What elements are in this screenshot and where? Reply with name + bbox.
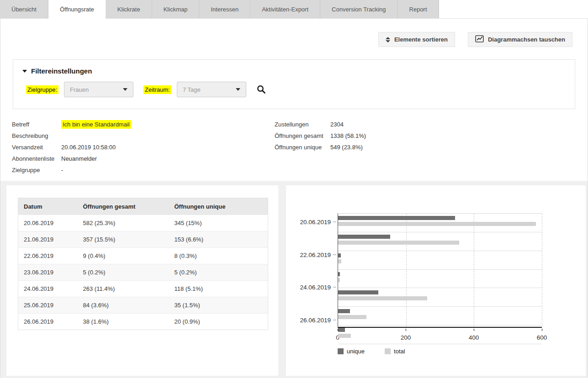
table-cell: 5 (0.2%) — [169, 264, 268, 281]
detail-label: Zielgruppe — [12, 167, 61, 173]
legend-swatch — [385, 348, 391, 354]
tab-übersicht[interactable]: Übersicht — [0, 0, 48, 18]
table-row: 23.06.20195 (0.2%)5 (0.2%) — [18, 264, 268, 281]
chart-bar-unique — [338, 216, 455, 220]
openings-table-panel: DatumÖffnungen gesamtÖffnungen unique 20… — [6, 185, 278, 376]
detail-value: Ich bin eine Standardmail — [61, 120, 131, 129]
y-axis-label: 22.06.2019 — [300, 251, 331, 258]
detail-value: Neuanmelder — [61, 155, 97, 162]
table-header-cell: Datum — [18, 198, 78, 215]
tab-aktivitäten-export[interactable]: Aktivitäten-Export — [250, 0, 320, 18]
table-cell: 582 (25.3%) — [78, 215, 169, 231]
chart-legend: uniquetotal — [338, 348, 405, 355]
detail-row-abonnentenliste: AbonnentenlisteNeuanmelder — [12, 153, 576, 164]
chart-bar-total — [338, 259, 341, 263]
table-cell: 22.06.2019 — [18, 248, 78, 264]
chart-plot: 20.06.201922.06.201924.06.201926.06.2019 — [338, 213, 542, 328]
page: ÜbersichtÖffnungsrateKlickrateKlickmapIn… — [0, 0, 588, 378]
tab-klickrate[interactable]: Klickrate — [106, 0, 152, 18]
chart-group-21-06-2019 — [338, 235, 542, 251]
search-button[interactable] — [256, 84, 266, 94]
zeitraum-label: Zeitraum: — [143, 85, 171, 94]
chart-bar-total — [338, 296, 427, 300]
openings-table: DatumÖffnungen gesamtÖffnungen unique 20… — [18, 198, 268, 330]
detail-value: 1338 (58.1%) — [330, 132, 366, 139]
table-cell: 25.06.2019 — [18, 297, 78, 314]
x-axis-tick — [542, 329, 542, 331]
chart-bar-unique — [338, 328, 345, 332]
legend-item-total: total — [385, 348, 405, 355]
chart-bar-unique — [338, 272, 340, 276]
tab-öffnungsrate[interactable]: Öffnungsrate — [48, 0, 106, 19]
filter-settings-toggle[interactable]: Filtereinstellungen — [13, 60, 575, 75]
detail-label: Öffnungen unique — [275, 144, 330, 151]
chart-bar-total — [338, 241, 459, 245]
tab-interessen[interactable]: Interessen — [199, 0, 250, 18]
zielgruppe-select[interactable]: Frauen — [64, 82, 133, 97]
content-area: Elemente sortieren Diagrammachsen tausch… — [0, 18, 588, 378]
detail-row-öffnungen-gesamt: Öffnungen gesamt1338 (58.1%) — [275, 130, 366, 142]
table-cell: 263 (11.4%) — [78, 281, 169, 297]
table-cell: 8 (0.3%) — [169, 248, 268, 264]
tab-klickmap[interactable]: Klickmap — [152, 0, 200, 18]
table-row: 25.06.201984 (3.6%)35 (1.5%) — [18, 297, 268, 314]
y-axis-label: 20.06.2019 — [300, 218, 331, 225]
tab-conversion-tracking[interactable]: Conversion Tracking — [320, 0, 398, 18]
filter-controls: Zielgruppe: Frauen Zeitraum: 7 Tage — [26, 82, 575, 97]
gridline — [474, 214, 474, 327]
table-header-row: DatumÖffnungen gesamtÖffnungen unique — [18, 198, 268, 215]
detail-label: Abonnentenliste — [12, 155, 61, 162]
chart-bar-total — [338, 315, 366, 319]
detail-label: Betreff — [12, 121, 61, 128]
chart-group-23-06-2019 — [338, 272, 542, 289]
toolbar: Elemente sortieren Diagrammachsen tausch… — [0, 19, 588, 47]
legend-label: total — [394, 348, 405, 355]
table-cell: 84 (3.6%) — [78, 297, 169, 314]
table-cell: 20.06.2019 — [18, 215, 78, 231]
chart-group-22-06-2019 — [338, 253, 542, 270]
x-axis-label: 600 — [537, 334, 547, 341]
mailing-details-right: Zustellungen2304Öffnungen gesamt1338 (58… — [275, 119, 366, 153]
swap-chart-axes-button[interactable]: Diagrammachsen tauschen — [468, 32, 572, 47]
gridline — [542, 214, 542, 327]
chart-bar-unique — [338, 290, 378, 294]
table-cell: 20 (0.9%) — [169, 314, 268, 330]
table-cell: 357 (15.5%) — [78, 231, 169, 248]
table-body: 20.06.2019582 (25.3%)345 (15%)21.06.2019… — [18, 215, 268, 330]
table-cell: 21.06.2019 — [18, 231, 78, 248]
chart-group-20-06-2019 — [338, 216, 542, 232]
chart-bar-unique — [338, 309, 350, 313]
table-cell: 35 (1.5%) — [169, 297, 268, 314]
y-axis-tick — [333, 221, 336, 222]
filter-settings-title: Filtereinstellungen — [31, 67, 92, 75]
table-header-cell: Öffnungen gesamt — [78, 198, 169, 215]
detail-value: 20.06.2019 10:58:00 — [61, 144, 116, 151]
chevron-down-icon — [123, 88, 127, 91]
filter-settings-box: Filtereinstellungen Zielgruppe: Frauen Z… — [13, 59, 575, 109]
y-axis-tick — [333, 320, 336, 320]
tab-report[interactable]: Report — [398, 0, 439, 18]
chart-bar-unique — [338, 235, 390, 239]
results-section: DatumÖffnungen gesamtÖffnungen unique 20… — [0, 181, 588, 378]
table-cell: 9 (0.4%) — [78, 248, 169, 264]
table-row: 26.06.201938 (1.6%)20 (0.9%) — [18, 314, 268, 330]
table-row: 20.06.2019582 (25.3%)345 (15%) — [18, 215, 268, 231]
table-cell: 345 (15%) — [169, 215, 268, 231]
chart-group-24-06-2019 — [338, 290, 542, 307]
chart-bar-total — [338, 278, 340, 282]
x-axis-label: 400 — [469, 334, 479, 341]
y-axis-tick — [333, 254, 336, 255]
sort-elements-button[interactable]: Elemente sortieren — [378, 32, 455, 47]
zielgruppe-selected-value: Frauen — [70, 86, 89, 93]
chart-bar-total — [338, 222, 536, 226]
search-icon — [256, 84, 266, 94]
zeitraum-select[interactable]: 7 Tage — [177, 82, 246, 97]
table-cell: 153 (6.6%) — [169, 231, 268, 248]
table-row: 21.06.2019357 (15.5%)153 (6.6%) — [18, 231, 268, 248]
table-row: 22.06.20199 (0.4%)8 (0.3%) — [18, 248, 268, 264]
table-cell: 26.06.2019 — [18, 314, 78, 330]
table-cell: 118 (5.1%) — [169, 281, 268, 297]
detail-row-zustellungen: Zustellungen2304 — [275, 119, 366, 130]
detail-row-zielgruppe: Zielgruppe- — [12, 164, 576, 176]
y-axis-label: 26.06.2019 — [300, 317, 331, 324]
